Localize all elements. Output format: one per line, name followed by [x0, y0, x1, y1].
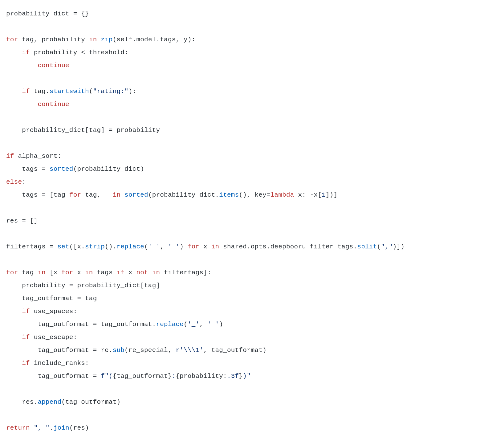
- token-kw: for: [6, 36, 18, 43]
- code-line: tags = [tag for tag, _ in sorted(probabi…: [6, 191, 337, 198]
- token-kw: in: [85, 269, 93, 276]
- token-call: set: [57, 243, 69, 250]
- code-line: if alpha_sort:: [6, 153, 61, 160]
- token-plain: tag_outformat =: [6, 373, 101, 380]
- code-line: probability_dict = {}: [6, 10, 89, 17]
- token-plain: include_ranks:: [30, 360, 89, 367]
- token-plain: tag_outformat = tag: [6, 295, 97, 302]
- code-block: probability_dict = {} for tag, probabili…: [6, 7, 498, 435]
- token-plain: tag_outformat = tag_outformat.: [6, 321, 156, 328]
- token-plain: (: [184, 321, 188, 328]
- code-line: tag_outformat = tag_outformat.replace('_…: [6, 321, 223, 328]
- token-kw: not: [136, 269, 148, 276]
- token-plain: [6, 49, 22, 56]
- token-call: strip: [85, 243, 105, 250]
- token-plain: x: [124, 269, 136, 276]
- token-plain: res.: [6, 398, 38, 406]
- code-line: probability_dict[tag] = probability: [6, 127, 160, 134]
- token-str: )": [243, 373, 251, 380]
- code-line: tag_outformat = f"({tag_outformat}:{prob…: [6, 373, 251, 380]
- token-plain: res = []: [6, 217, 38, 224]
- token-plain: }: [239, 373, 243, 380]
- token-kw: in: [89, 36, 97, 43]
- token-plain: {tag_outformat}: [113, 373, 172, 380]
- code-line: tag_outformat = re.sub(re_special, r'\\\…: [6, 347, 266, 354]
- token-call: join: [54, 424, 69, 431]
- token-kw: else: [6, 178, 22, 186]
- token-plain: [120, 191, 124, 198]
- code-line: filtertags = set([x.strip().replace(' ',…: [6, 243, 404, 250]
- token-kw: lambda: [270, 191, 294, 198]
- token-plain: (re_special,: [124, 347, 176, 354]
- token-plain: tag_outformat = re.: [6, 347, 113, 354]
- token-call: startswith: [50, 88, 89, 95]
- code-line: res = []: [6, 217, 38, 224]
- token-plain: [6, 88, 22, 95]
- code-line: if tag.startswith("rating:"):: [6, 88, 136, 95]
- token-call: append: [38, 398, 61, 406]
- token-plain: [6, 101, 38, 108]
- token-plain: (self.model.tags, y):: [113, 36, 196, 43]
- token-str: '_': [188, 321, 199, 328]
- token-str: ' ': [148, 243, 160, 250]
- token-plain: (tag_outformat): [61, 398, 120, 406]
- token-plain: .: [50, 424, 54, 431]
- token-plain: {probability:: [176, 373, 227, 380]
- token-str: ",": [381, 243, 392, 250]
- code-line: if include_ranks:: [6, 360, 89, 367]
- token-plain: probability_dict[tag] = probability: [6, 127, 160, 134]
- token-plain: probability < threshold:: [30, 49, 128, 56]
- token-kw: in: [38, 269, 46, 276]
- code-line: return ", ".join(res): [6, 424, 89, 431]
- token-kw: if: [22, 334, 30, 341]
- code-line: for tag in [x for x in tags if x not in …: [6, 269, 211, 276]
- token-plain: probability = probability_dict[tag]: [6, 282, 160, 289]
- token-str: .3f: [227, 373, 239, 380]
- token-str: :: [172, 373, 176, 380]
- token-call: replace: [156, 321, 184, 328]
- token-kw: for: [69, 191, 81, 198]
- token-plain: (), key=: [239, 191, 270, 198]
- token-plain: [6, 308, 22, 315]
- token-plain: tag.: [30, 88, 50, 95]
- token-call: sorted: [124, 191, 148, 198]
- token-str: "rating:": [93, 88, 128, 95]
- token-plain: ([x.: [69, 243, 85, 250]
- token-plain: x: -x[: [294, 191, 322, 198]
- token-plain: [30, 424, 34, 431]
- code-line: res.append(tag_outformat): [6, 398, 120, 406]
- token-plain: :: [22, 178, 26, 186]
- token-plain: tag: [18, 269, 38, 276]
- token-plain: x: [199, 243, 211, 250]
- token-plain: ): [180, 243, 188, 250]
- token-plain: [6, 360, 22, 367]
- token-call: sorted: [50, 165, 73, 173]
- token-plain: tag, probability: [18, 36, 89, 43]
- token-plain: [97, 36, 101, 43]
- token-call: replace: [116, 243, 144, 250]
- token-plain: ):: [128, 88, 136, 95]
- code-line: tags = sorted(probability_dict): [6, 165, 144, 173]
- token-str: r'\\\1': [176, 347, 204, 354]
- token-plain: ,: [199, 321, 207, 328]
- token-plain: (: [144, 243, 148, 250]
- code-line: tag_outformat = tag: [6, 295, 97, 302]
- token-plain: tags =: [6, 165, 50, 173]
- token-call: sub: [113, 347, 124, 354]
- token-plain: (: [89, 88, 93, 95]
- code-line: if use_spaces:: [6, 308, 77, 315]
- token-kw: if: [22, 49, 30, 56]
- code-line: if probability < threshold:: [6, 49, 128, 56]
- token-plain: filtertags =: [6, 243, 57, 250]
- token-plain: ,: [160, 243, 168, 250]
- token-plain: shared.opts.deepbooru_filter_tags.: [219, 243, 357, 250]
- token-plain: x: [73, 269, 85, 276]
- token-kw: for: [61, 269, 73, 276]
- token-call: split: [357, 243, 377, 250]
- token-str: ", ": [34, 424, 50, 431]
- token-kw: in: [152, 269, 160, 276]
- token-plain: tags: [93, 269, 117, 276]
- token-call: zip: [101, 36, 112, 43]
- token-plain: (: [377, 243, 381, 250]
- token-kw: continue: [38, 62, 69, 69]
